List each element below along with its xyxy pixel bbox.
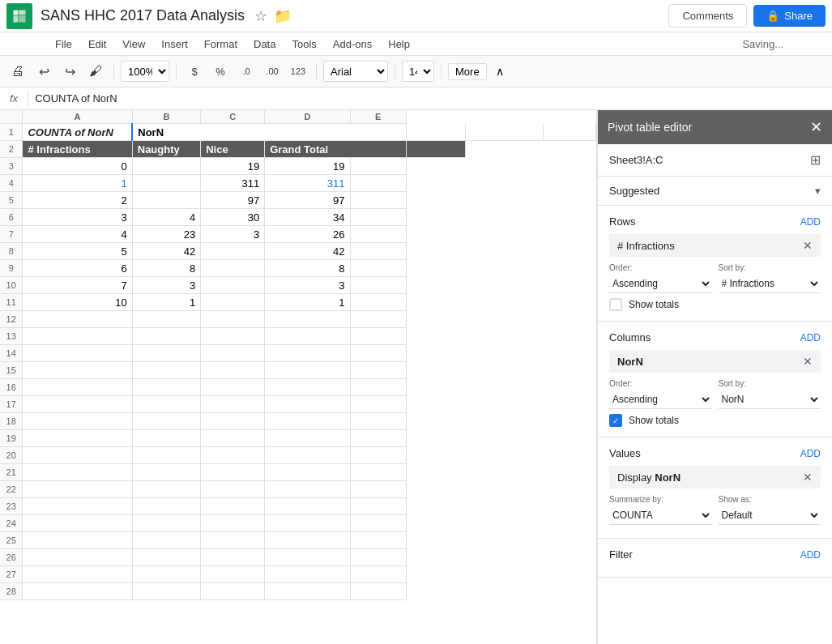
- cell[interactable]: [265, 464, 350, 481]
- cell[interactable]: [23, 396, 132, 413]
- cell[interactable]: [265, 345, 350, 362]
- decimal-dec-btn[interactable]: .0: [235, 60, 258, 83]
- cell[interactable]: [201, 532, 265, 549]
- menu-view[interactable]: View: [116, 36, 151, 52]
- menu-help[interactable]: Help: [382, 36, 416, 52]
- cell[interactable]: [23, 532, 132, 549]
- cell[interactable]: [350, 498, 406, 515]
- cell[interactable]: [23, 515, 132, 532]
- cell[interactable]: [265, 379, 350, 396]
- cell[interactable]: [132, 515, 200, 532]
- paint-format-btn[interactable]: 🖌: [84, 60, 107, 83]
- cell[interactable]: [23, 583, 132, 600]
- cell[interactable]: [350, 396, 406, 413]
- cell[interactable]: [543, 124, 595, 141]
- cell[interactable]: 19: [201, 158, 265, 175]
- menu-tools[interactable]: Tools: [285, 36, 322, 52]
- cell[interactable]: [23, 447, 132, 464]
- doc-title[interactable]: SANS HHC 2017 Data Analysis: [41, 7, 245, 24]
- cell[interactable]: [132, 413, 200, 430]
- cell[interactable]: [350, 447, 406, 464]
- cell[interactable]: 23: [132, 226, 200, 243]
- cell[interactable]: [350, 345, 406, 362]
- rows-sortby-select[interactable]: # Infractions: [719, 274, 821, 293]
- cell[interactable]: [350, 413, 406, 430]
- cell[interactable]: 0: [23, 158, 132, 175]
- filter-add-btn[interactable]: ADD: [800, 549, 821, 561]
- cell[interactable]: [265, 515, 350, 532]
- cell[interactable]: [23, 345, 132, 362]
- cell[interactable]: Nice: [201, 141, 265, 158]
- cell[interactable]: [201, 583, 265, 600]
- columns-sortby-select[interactable]: NorN: [719, 390, 821, 409]
- pivot-close-btn[interactable]: ✕: [810, 118, 822, 136]
- cell[interactable]: [132, 549, 200, 566]
- cell[interactable]: [201, 243, 265, 260]
- cell[interactable]: [23, 481, 132, 498]
- cell[interactable]: [132, 566, 200, 583]
- cell[interactable]: [350, 515, 406, 532]
- cell[interactable]: [350, 175, 406, 192]
- cell[interactable]: [350, 260, 406, 277]
- font-size-select[interactable]: 14: [402, 61, 434, 82]
- cell[interactable]: [350, 583, 406, 600]
- cell[interactable]: [265, 362, 350, 379]
- cell[interactable]: [265, 532, 350, 549]
- cell[interactable]: [201, 362, 265, 379]
- rows-order-select[interactable]: Ascending Descending: [609, 274, 712, 293]
- cell[interactable]: [265, 447, 350, 464]
- cell[interactable]: [201, 481, 265, 498]
- cell[interactable]: [23, 549, 132, 566]
- cell[interactable]: [201, 464, 265, 481]
- cell[interactable]: [406, 124, 465, 141]
- cell[interactable]: 1: [265, 294, 350, 311]
- cell[interactable]: 97: [265, 192, 350, 209]
- suggested-row[interactable]: Suggested ▾: [598, 177, 832, 206]
- cell[interactable]: [201, 379, 265, 396]
- values-showas-select[interactable]: Default: [719, 505, 821, 525]
- cell[interactable]: [265, 566, 350, 583]
- cell[interactable]: Naughty: [132, 141, 200, 158]
- cell[interactable]: [23, 379, 132, 396]
- cell[interactable]: 97: [201, 192, 265, 209]
- cell[interactable]: 26: [265, 226, 350, 243]
- cell[interactable]: [201, 447, 265, 464]
- cell[interactable]: [201, 566, 265, 583]
- cell[interactable]: [265, 311, 350, 328]
- cell[interactable]: 42: [265, 243, 350, 260]
- cell[interactable]: # Infractions: [23, 141, 132, 158]
- cell[interactable]: 19: [265, 158, 350, 175]
- values-add-btn[interactable]: ADD: [800, 448, 821, 459]
- cell[interactable]: [201, 413, 265, 430]
- cell[interactable]: [132, 379, 200, 396]
- more-btn[interactable]: More: [448, 63, 487, 80]
- menu-addons[interactable]: Add-ons: [326, 36, 378, 52]
- cell[interactable]: [132, 175, 200, 192]
- zoom-select[interactable]: 100%: [121, 61, 169, 82]
- cell[interactable]: [350, 549, 406, 566]
- cell[interactable]: [201, 311, 265, 328]
- col-header-e[interactable]: E: [350, 110, 406, 124]
- cell[interactable]: [265, 498, 350, 515]
- cell[interactable]: 3: [201, 226, 265, 243]
- cell[interactable]: [23, 413, 132, 430]
- menu-insert[interactable]: Insert: [155, 36, 194, 52]
- folder-icon[interactable]: 📁: [274, 7, 292, 25]
- cell[interactable]: 3: [23, 209, 132, 226]
- cell[interactable]: [132, 396, 200, 413]
- cell[interactable]: [350, 464, 406, 481]
- undo-btn[interactable]: ↩: [32, 60, 55, 83]
- cell[interactable]: 34: [265, 209, 350, 226]
- currency-btn[interactable]: $: [183, 60, 206, 83]
- cell[interactable]: [23, 328, 132, 345]
- cell[interactable]: 4: [132, 209, 200, 226]
- values-summarize-select[interactable]: COUNTA SUM COUNT AVERAGE: [609, 505, 712, 525]
- menu-format[interactable]: Format: [198, 36, 244, 52]
- cell[interactable]: 8: [132, 260, 200, 277]
- cell[interactable]: 42: [132, 243, 200, 260]
- cell[interactable]: [350, 430, 406, 447]
- redo-btn[interactable]: ↪: [58, 60, 81, 83]
- cell[interactable]: [201, 549, 265, 566]
- cell[interactable]: [350, 481, 406, 498]
- cell[interactable]: 4: [23, 226, 132, 243]
